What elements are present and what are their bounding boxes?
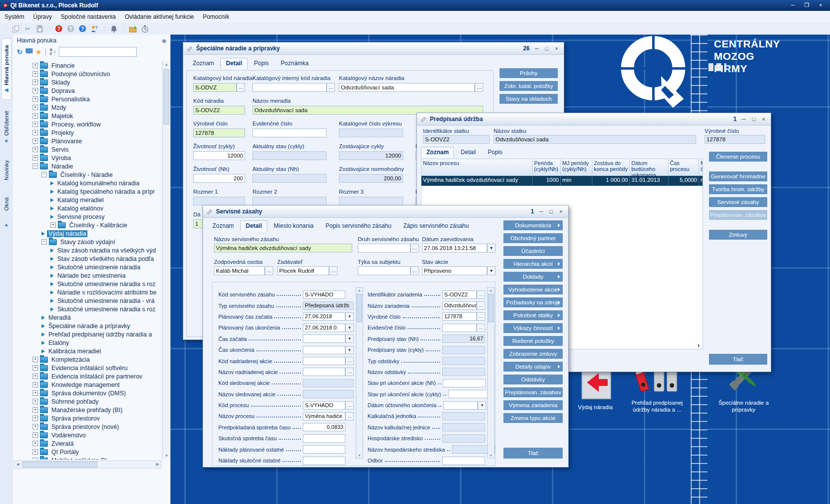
print-button[interactable]: Tlač	[503, 448, 563, 459]
tree-item[interactable]: + Správa priestorov (nové)	[13, 422, 163, 431]
help-context-icon[interactable]: ?	[66, 24, 75, 33]
dropdown-button[interactable]: ▾	[345, 324, 354, 332]
pin-icon[interactable]: ◉	[162, 38, 166, 44]
tree-item[interactable]: Katalóg meradiel	[13, 196, 163, 204]
tree-item[interactable]: + Sklady	[13, 78, 163, 86]
tree-expander-icon[interactable]: +	[33, 88, 38, 93]
action-button[interactable]: Zobrazenie zmluvy	[503, 349, 563, 359]
menu-item[interactable]: Systém	[0, 13, 29, 20]
action-button[interactable]: Servisné zásahy	[709, 197, 767, 207]
tree-expander-icon[interactable]: –	[42, 172, 47, 177]
ellipsis-button[interactable]: …	[329, 266, 337, 275]
tree-item[interactable]: + Manažérske prehľady (BI)	[13, 406, 163, 414]
dropdown-button[interactable]: ▾	[345, 346, 354, 354]
tree-expander-icon[interactable]: +	[33, 130, 38, 135]
tree-item[interactable]: Etalóny	[13, 338, 163, 347]
tree-item[interactable]: + Mobilné aplikácie QI	[13, 456, 163, 460]
zivotnost-cykly-field[interactable]: 12000	[193, 151, 245, 160]
field-value[interactable]: S-ODVZ2	[442, 291, 477, 299]
table-header-cell[interactable]: Názov procesu	[421, 159, 533, 176]
scrollbar-thumb[interactable]	[22, 462, 97, 467]
sidebar-tab[interactable]: Novinky	[2, 154, 11, 186]
ellipsis-button[interactable]: …	[345, 412, 354, 420]
tree-expander-icon[interactable]: +	[33, 80, 38, 85]
action-button[interactable]: Preplánovan. zásahov	[503, 387, 563, 397]
tree-item[interactable]: + Správa priestorov	[13, 414, 163, 422]
menu-search-input[interactable]	[59, 47, 137, 57]
rozmer2-field[interactable]	[252, 197, 327, 206]
tree-item[interactable]: Katalóg komunálneho náradia	[13, 179, 163, 187]
tree-item[interactable]: + Servis	[13, 145, 163, 154]
tree-item[interactable]: + Vodárenstvo	[13, 431, 163, 439]
field-value[interactable]	[303, 390, 354, 398]
tree-expander-icon[interactable]: +	[33, 399, 38, 404]
table-header-cell[interactable]: Čas procesu	[668, 159, 699, 176]
tree-expander-icon[interactable]: +	[33, 113, 38, 119]
table-header-cell[interactable]: Zostáva do konca periódy	[592, 159, 630, 176]
tree-expander-icon[interactable]: +	[33, 407, 38, 413]
tree-item[interactable]: + Mzdy	[13, 103, 163, 112]
tree-expander-icon[interactable]: +	[33, 357, 38, 362]
field-value[interactable]	[448, 390, 491, 398]
dropdown-button[interactable]: ▾	[478, 401, 486, 410]
tree-item[interactable]: – Náradie	[13, 162, 163, 170]
tree-item[interactable]: + Výroba	[13, 154, 163, 162]
scroll-down-arrow-icon[interactable]: ▼	[488, 453, 494, 458]
action-button[interactable]: Dokumentácia	[503, 220, 563, 230]
zodpovedna-osoba-field[interactable]: Kaláb Michal	[214, 266, 265, 275]
tree-item[interactable]: Skutočné umiestnenie náradia	[13, 263, 163, 271]
action-button[interactable]: Požiadavky na zdroje	[503, 297, 563, 307]
tree-expander-icon[interactable]: +	[33, 147, 38, 152]
maximize-icon[interactable]: □	[749, 116, 758, 123]
tree-item[interactable]: + Evidencia inštalácií softvéru	[13, 364, 163, 372]
app-maximize-button[interactable]: ❐	[800, 1, 813, 9]
field-value[interactable]	[442, 434, 485, 443]
action-button[interactable]: Účastníci	[503, 246, 563, 256]
field-value[interactable]	[303, 457, 345, 465]
scrollbar-thumb[interactable]	[488, 294, 494, 322]
partial-field[interactable]: 1	[193, 219, 203, 228]
menu-item[interactable]: Úpravy	[29, 13, 56, 20]
tree-expander-icon[interactable]: +	[33, 155, 38, 161]
tree-expander-icon[interactable]: +	[33, 416, 38, 421]
tree-item[interactable]: Stav zásob všetkého náradia podľa	[13, 254, 163, 263]
field-value[interactable]: S-VYHADO	[303, 291, 345, 299]
tree-item[interactable]: Skutočné umiestnenie náradia s roz	[13, 280, 163, 288]
tree-expander-icon[interactable]: +	[33, 374, 38, 379]
tree-item[interactable]: + Číselníky - Kalibrácie	[13, 221, 163, 229]
tree-item[interactable]: + Plánovanie	[13, 137, 163, 145]
tree-item[interactable]: Náriade bez umiestnenia	[13, 271, 163, 280]
tree-expander-icon[interactable]: +	[33, 122, 38, 127]
action-button[interactable]: Detaily údajov	[503, 362, 563, 372]
tree-expander-icon[interactable]: +	[33, 458, 38, 460]
zostavajuce-normohodiny-field[interactable]: 200,00	[339, 174, 403, 183]
field-value[interactable]: 27.06.2018 0:	[303, 324, 345, 332]
tree-item[interactable]: Skutočné umiestnenie náradia - vrá	[13, 296, 163, 305]
table-header-cell[interactable]: Perióda (cykly/Nh)	[533, 159, 561, 176]
field-value[interactable]: 127878	[442, 312, 477, 321]
field-value[interactable]: S-VYHADO	[303, 401, 345, 410]
action-button[interactable]: Prílohy	[499, 68, 558, 78]
tab[interactable]: Detail	[220, 58, 248, 69]
ellipsis-button[interactable]: …	[237, 83, 245, 92]
ellipsis-button[interactable]: …	[477, 324, 485, 332]
tree-item[interactable]: Katalóg etalónov	[13, 204, 163, 212]
cut-icon[interactable]: ✂	[23, 24, 32, 33]
ellipsis-button[interactable]: …	[477, 291, 485, 299]
scroll-more-icon[interactable]: ›	[698, 341, 700, 349]
field-value[interactable]	[442, 324, 477, 332]
tab[interactable]: Poznámka	[275, 58, 314, 69]
scroll-up-icon[interactable]: ▲	[4, 222, 9, 227]
scroll-up-arrow-icon[interactable]: ▲	[488, 288, 494, 293]
kat-kod-field[interactable]: S-ODVZ	[193, 83, 237, 92]
scroll-up-arrow-icon[interactable]: ▲	[163, 61, 170, 68]
vyrobne-cislo-field[interactable]: 127878	[193, 128, 245, 137]
menu-item[interactable]: Pomocník	[199, 13, 234, 20]
scroll-down-arrow-icon[interactable]: ▼	[163, 453, 170, 460]
scrollbar-thumb[interactable]	[357, 294, 362, 322]
action-button[interactable]: Stavy na skladoch	[499, 94, 558, 104]
ellipsis-button[interactable]: …	[477, 312, 485, 321]
zadavatel-field[interactable]: Plocek Rudolf	[277, 266, 329, 275]
tree-item[interactable]: Náriadie s rozlišovacími atribútmi be	[13, 288, 163, 296]
action-button[interactable]: Zmluvy	[709, 230, 767, 240]
